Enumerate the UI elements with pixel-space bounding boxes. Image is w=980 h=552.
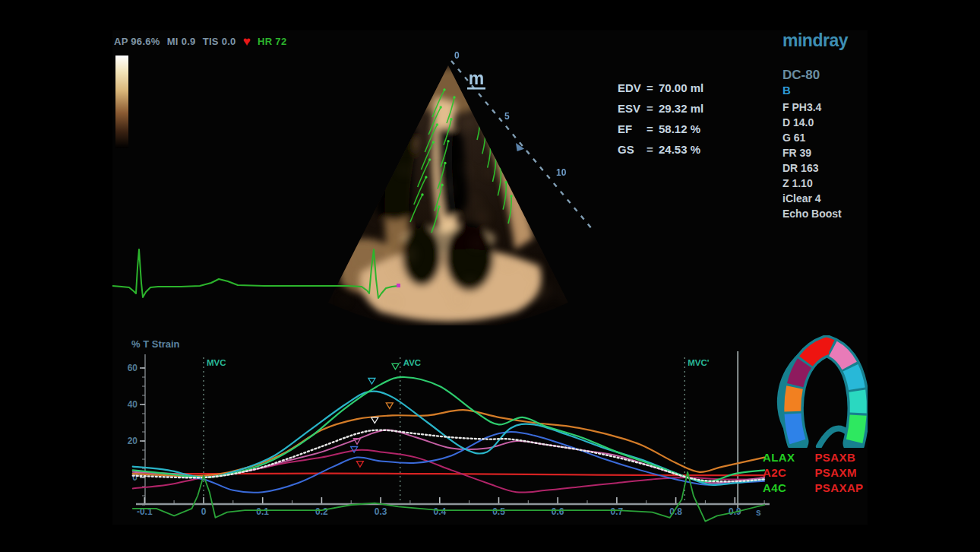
view-legend: ALAX A2C A4C PSAXB PSAXM PSAXAP [763, 450, 864, 496]
focus-marker-icon [514, 143, 525, 154]
svg-text:MVC: MVC [207, 358, 226, 367]
param-iclear: iClear 4 [782, 191, 868, 206]
svg-text:0: 0 [201, 506, 207, 517]
svg-text:0.7: 0.7 [611, 506, 624, 517]
ecg-trace [112, 237, 523, 301]
svg-text:MVC': MVC' [688, 358, 710, 367]
imaging-parameters-panel: mindray DC-80 B F PH3.4 D 14.0 G 61 FR 3… [782, 30, 868, 221]
svg-text:m: m [469, 68, 484, 88]
param-dynamic-range: DR 163 [782, 160, 868, 176]
legend-item-alax: ALAX [763, 450, 795, 465]
svg-text:0.3: 0.3 [375, 506, 387, 517]
screen: AP 96.6% MI 0.9 TIS 0.0 ♥ HR 72 [0, 0, 980, 552]
measurement-results: EDV = 70.00 ml ESV = 29.32 ml EF = 58.12… [618, 78, 703, 160]
lv-segment-model-icon [761, 335, 868, 448]
legend-item-a4c: A4C [763, 481, 795, 496]
measurement-gs: GS = 24.53 % [618, 139, 703, 160]
svg-text:0.4: 0.4 [433, 506, 446, 517]
strain-chart: % T Strain0204060-0.100.10.20.30.40.50.6… [125, 335, 779, 525]
mindray-logo: mindray [782, 30, 868, 51]
svg-text:40: 40 [128, 399, 138, 410]
param-depth: D 14.0 [782, 115, 868, 130]
svg-text:% T Strain: % T Strain [131, 338, 180, 350]
measurement-esv: ESV = 29.32 ml [618, 98, 703, 119]
param-zoom: Z 1.10 [782, 176, 868, 191]
legend-item-psaxap: PSAXAP [814, 481, 863, 496]
imaging-mode: B [782, 84, 868, 97]
status-bar: AP 96.6% MI 0.9 TIS 0.0 ♥ HR 72 [114, 36, 286, 47]
tis-value: TIS 0.0 [203, 36, 236, 47]
svg-text:0.1: 0.1 [256, 506, 269, 517]
svg-text:0.6: 0.6 [552, 506, 564, 517]
legend-item-psaxb: PSAXB [814, 450, 863, 465]
ruler-label-0: 0 [454, 50, 460, 61]
param-frequency: F PH3.4 [782, 100, 868, 115]
svg-text:20: 20 [128, 436, 138, 446]
svg-text:0.5: 0.5 [492, 506, 505, 517]
param-gain: G 61 [782, 130, 868, 145]
measurement-ef: EF = 58.12 % [618, 119, 703, 139]
heart-rate-value: HR 72 [258, 36, 286, 47]
ruler-label-5: 5 [504, 111, 510, 122]
ruler-label-10: 10 [556, 167, 567, 178]
legend-item-a2c: A2C [763, 465, 795, 481]
svg-text:AVC: AVC [403, 358, 421, 367]
svg-text:60: 60 [128, 363, 138, 373]
orientation-marker: m [467, 68, 485, 90]
grayscale-map-bar [115, 56, 128, 148]
system-model: DC-80 [782, 68, 868, 83]
ultrasound-display-area: AP 96.6% MI 0.9 TIS 0.0 ♥ HR 72 [112, 30, 868, 525]
svg-text:0.2: 0.2 [315, 506, 328, 517]
svg-text:s: s [756, 507, 761, 518]
acoustic-power-value: AP 96.6% [114, 36, 160, 47]
param-frame-rate: FR 39 [782, 145, 868, 160]
legend-item-psaxm: PSAXM [814, 465, 863, 481]
heartbeat-icon: ♥ [243, 36, 251, 46]
param-echo-boost: Echo Boost [782, 206, 868, 221]
measurement-edv: EDV = 70.00 ml [618, 78, 703, 98]
parameter-list: F PH3.4 D 14.0 G 61 FR 39 DR 163 Z 1.10 … [782, 100, 868, 221]
mi-value: MI 0.9 [167, 36, 196, 47]
